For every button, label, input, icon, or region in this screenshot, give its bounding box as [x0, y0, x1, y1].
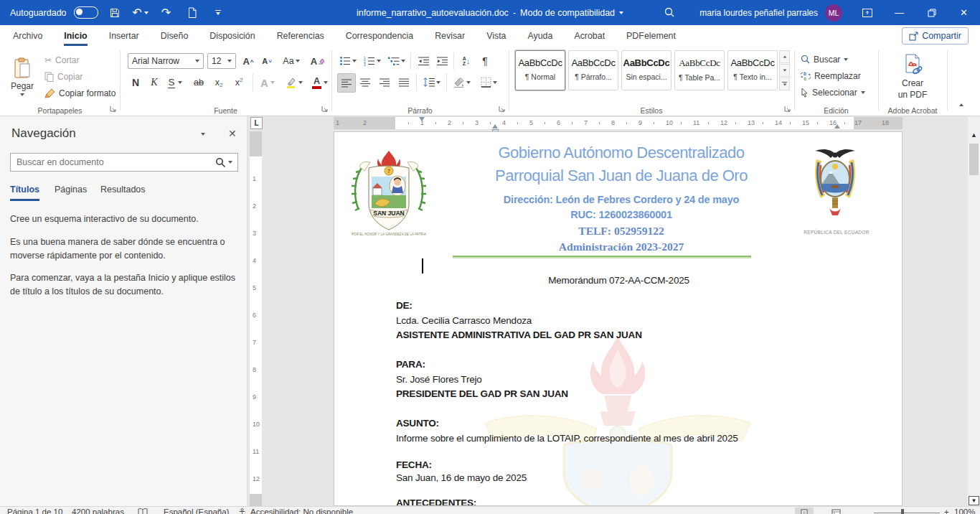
- paragraph-dialog-launcher[interactable]: [498, 105, 506, 113]
- zoom-slider-thumb[interactable]: [901, 509, 904, 514]
- right-indent-marker[interactable]: [834, 124, 840, 128]
- copy-button[interactable]: Copiar: [44, 69, 116, 84]
- nav-tab-titulos[interactable]: Títulos: [10, 184, 39, 201]
- word-count[interactable]: 4200 palabras: [72, 508, 124, 514]
- styles-scroll-up-button[interactable]: [779, 50, 790, 63]
- style-texto-independiente[interactable]: AaBbCcDc¶ Texto in...: [727, 50, 778, 90]
- accessibility-status[interactable]: Accesibilidad: No disponible: [250, 508, 353, 514]
- multilevel-list-button[interactable]: [386, 52, 407, 70]
- align-right-button[interactable]: [376, 73, 393, 91]
- change-case-button[interactable]: Aa: [280, 52, 303, 70]
- numbering-button[interactable]: 123: [362, 52, 383, 70]
- tab-acrobat[interactable]: Acrobat: [573, 25, 606, 46]
- show-marks-button[interactable]: ¶: [477, 52, 493, 70]
- tab-insertar[interactable]: Insertar: [108, 25, 141, 46]
- font-color-button[interactable]: A: [308, 73, 331, 92]
- tab-pdfelement[interactable]: PDFelement: [625, 25, 677, 46]
- tab-selector[interactable]: L: [250, 117, 263, 129]
- new-document-button[interactable]: [183, 4, 202, 22]
- web-layout-view-button[interactable]: [826, 508, 845, 514]
- sort-button[interactable]: AZ ↓: [457, 52, 476, 70]
- save-button[interactable]: [105, 4, 124, 22]
- shading-button[interactable]: [451, 73, 473, 91]
- shrink-font-button[interactable]: A˅: [258, 52, 275, 70]
- styles-scroll-down-button[interactable]: [779, 64, 790, 77]
- tab-ayuda[interactable]: Ayuda: [526, 25, 554, 46]
- navigation-close-button[interactable]: ✕: [228, 128, 237, 139]
- select-button[interactable]: Seleccionar: [801, 85, 878, 100]
- clipboard-dialog-launcher[interactable]: [109, 105, 117, 113]
- accessibility-icon[interactable]: [238, 508, 246, 514]
- autosave-toggle[interactable]: [74, 6, 98, 19]
- horizontal-ruler[interactable]: 21123456789101112131415161718: [334, 117, 903, 129]
- tab-revisar[interactable]: Revisar: [433, 25, 466, 46]
- cut-button[interactable]: ✂Cortar: [44, 52, 116, 67]
- format-painter-button[interactable]: Copiar formato: [44, 85, 123, 101]
- minimize-button[interactable]: —: [883, 0, 915, 25]
- undo-button[interactable]: ↶: [131, 4, 150, 22]
- nav-tab-resultados[interactable]: Resultados: [100, 184, 146, 199]
- tab-diseno[interactable]: Diseño: [159, 25, 190, 46]
- scroll-down-button[interactable]: ▼: [969, 496, 979, 505]
- search-input[interactable]: [11, 157, 215, 167]
- zoom-slider[interactable]: [874, 513, 940, 513]
- highlight-button[interactable]: [283, 73, 306, 92]
- style-table-paragraph[interactable]: AaBbCcDc¶ Table Pa...: [674, 50, 725, 90]
- scroll-up-button[interactable]: ▲: [968, 129, 980, 141]
- avatar[interactable]: ML: [825, 4, 842, 22]
- style-normal[interactable]: AaBbCcDc¶ Normal: [515, 50, 565, 90]
- underline-button[interactable]: S: [164, 73, 187, 92]
- tab-inicio[interactable]: Inicio: [62, 25, 88, 46]
- tab-archivo[interactable]: Archivo: [11, 25, 44, 46]
- superscript-button[interactable]: x2: [230, 73, 248, 92]
- borders-button[interactable]: [476, 73, 501, 91]
- zoom-in-button[interactable]: +: [944, 508, 949, 514]
- grow-font-button[interactable]: A˄: [240, 52, 257, 70]
- line-spacing-button[interactable]: [420, 73, 443, 91]
- vertical-ruler[interactable]: 123456789101112: [250, 131, 262, 506]
- user-name[interactable]: maria lourdes peñafiel parrales: [699, 8, 818, 18]
- compatibility-mode-label[interactable]: Modo de compatibilidad: [520, 8, 615, 18]
- paste-button[interactable]: Pegar: [6, 50, 39, 103]
- print-layout-view-button[interactable]: [795, 508, 814, 514]
- page-count[interactable]: Página 1 de 10: [7, 508, 62, 514]
- document-page[interactable]: 7 SAN JUAN POR EL HONOR Y LA GRANDEZA DE…: [334, 131, 903, 506]
- tab-referencias[interactable]: Referencias: [275, 25, 326, 46]
- font-dialog-launcher[interactable]: [321, 105, 329, 113]
- navigation-search-box[interactable]: [10, 153, 238, 172]
- proofing-icon[interactable]: [138, 508, 148, 514]
- collapse-ribbon-button[interactable]: [959, 103, 963, 106]
- share-button[interactable]: Compartir: [902, 27, 969, 45]
- styles-dialog-launcher[interactable]: [783, 105, 791, 113]
- language-indicator[interactable]: Español (España): [164, 508, 229, 514]
- justify-button[interactable]: [395, 73, 413, 91]
- tab-disposicion[interactable]: Disposición: [208, 25, 256, 46]
- ribbon-display-options-button[interactable]: [851, 0, 883, 25]
- style-sin-espaciado[interactable]: AaBbCcDcSin espaci...: [621, 50, 672, 90]
- styles-gallery-expand-button[interactable]: [779, 78, 790, 90]
- navigation-options-button[interactable]: [201, 128, 205, 139]
- font-family-select[interactable]: Arial Narrow: [128, 53, 204, 69]
- search-dropdown-icon[interactable]: [228, 161, 232, 164]
- first-line-indent-marker[interactable]: [419, 117, 425, 121]
- create-pdf-button[interactable]: Crear un PDF: [884, 50, 941, 103]
- vertical-scrollbar[interactable]: ▲ ▼: [968, 116, 980, 506]
- bullets-button[interactable]: [337, 52, 359, 70]
- align-left-button[interactable]: [337, 73, 356, 93]
- tab-correspondencia[interactable]: Correspondencia: [344, 25, 415, 46]
- strikethrough-button[interactable]: ab: [189, 73, 208, 92]
- find-button[interactable]: Buscar: [801, 52, 875, 67]
- align-center-button[interactable]: [357, 73, 374, 91]
- bold-button[interactable]: N: [128, 73, 143, 92]
- subscript-button[interactable]: x2: [209, 73, 228, 92]
- style-parrafo[interactable]: AaBbCcDc¶ Párrafo...: [568, 50, 618, 90]
- text-effects-button[interactable]: A: [257, 73, 278, 92]
- redo-button[interactable]: ↷: [157, 4, 176, 22]
- italic-button[interactable]: K: [146, 73, 162, 92]
- customize-quick-access-button[interactable]: [209, 4, 227, 22]
- font-size-select[interactable]: 12: [207, 53, 236, 69]
- decrease-indent-button[interactable]: [415, 52, 432, 70]
- zoom-level[interactable]: 100%: [954, 508, 975, 514]
- nav-tab-paginas[interactable]: Páginas: [55, 184, 87, 199]
- tab-vista[interactable]: Vista: [485, 25, 507, 46]
